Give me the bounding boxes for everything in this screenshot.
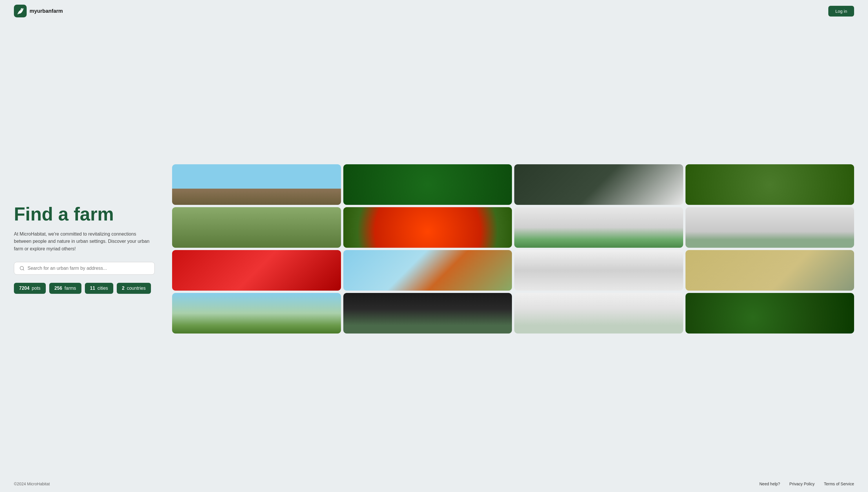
logo-area: myurbanfarm <box>14 5 63 17</box>
photo-cell <box>343 207 512 248</box>
stat-badge-cities: 11 cities <box>85 283 113 294</box>
photo-cell <box>686 207 854 248</box>
stats-row: 7204 pots 256 farms 11 cities 2 countrie… <box>14 283 155 294</box>
footer-link-privacy[interactable]: Privacy Policy <box>790 482 815 486</box>
hero-title: Find a farm <box>14 204 155 224</box>
photo-cell <box>172 293 341 334</box>
stat-pots-label: pots <box>32 286 41 291</box>
footer-links: Need help? Privacy Policy Terms of Servi… <box>759 482 854 486</box>
stat-cities-number: 11 <box>90 286 95 291</box>
hero-description: At MicroHabitat, we're committed to revi… <box>14 230 153 253</box>
photo-cell <box>172 250 341 291</box>
photo-cell <box>686 250 854 291</box>
logo-icon <box>14 5 27 17</box>
copyright: ©2024 MicroHabitat <box>14 482 50 486</box>
stat-countries-number: 2 <box>122 286 125 291</box>
photo-cell <box>514 250 683 291</box>
stat-pots-number: 7204 <box>19 286 29 291</box>
login-button[interactable]: Log in <box>828 6 854 17</box>
search-icon <box>19 266 25 271</box>
photo-cell <box>343 164 512 205</box>
left-panel: Find a farm At MicroHabitat, we're commi… <box>14 204 155 294</box>
stat-countries-label: countries <box>127 286 146 291</box>
photo-cell <box>514 164 683 205</box>
footer-link-terms[interactable]: Terms of Service <box>824 482 854 486</box>
footer: ©2024 MicroHabitat Need help? Privacy Po… <box>0 476 868 492</box>
stat-cities-label: cities <box>97 286 108 291</box>
photo-cell <box>686 164 854 205</box>
svg-line-1 <box>23 269 24 270</box>
photo-grid <box>172 164 854 334</box>
photo-cell <box>686 293 854 334</box>
logo-text: myurbanfarm <box>29 8 63 14</box>
footer-link-help[interactable]: Need help? <box>759 482 780 486</box>
leaf-icon <box>16 7 24 15</box>
main-content: Find a farm At MicroHabitat, we're commi… <box>0 22 868 476</box>
stat-farms-number: 256 <box>54 286 62 291</box>
photo-cell <box>172 207 341 248</box>
stat-farms-label: farms <box>65 286 76 291</box>
search-input[interactable] <box>27 266 149 271</box>
photo-cell <box>514 207 683 248</box>
stat-badge-countries: 2 countries <box>117 283 151 294</box>
photo-cell <box>343 250 512 291</box>
photo-cell <box>343 293 512 334</box>
photo-cell <box>514 293 683 334</box>
stat-badge-pots: 7204 pots <box>14 283 46 294</box>
photo-cell <box>172 164 341 205</box>
stat-badge-farms: 256 farms <box>49 283 81 294</box>
header: myurbanfarm Log in <box>0 0 868 22</box>
search-bar <box>14 262 155 275</box>
